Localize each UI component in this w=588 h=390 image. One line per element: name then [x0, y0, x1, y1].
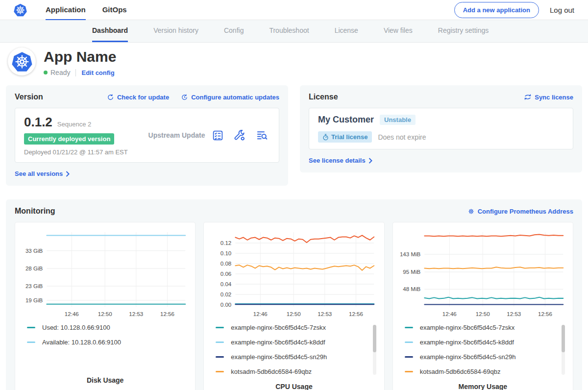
- svg-text:28 GiB: 28 GiB: [25, 266, 43, 271]
- legend-color-dash: [27, 341, 35, 343]
- legend-item: kotsadm-5db6dc6584-69qbz: [405, 368, 568, 375]
- divider: [75, 69, 76, 76]
- app-avatar: [8, 48, 36, 75]
- trial-license-badge: Trial license: [318, 131, 372, 143]
- gear-icon: [467, 208, 475, 215]
- svg-text:0.12: 0.12: [220, 240, 232, 246]
- tab-license[interactable]: License: [335, 20, 358, 42]
- legend-color-dash: [405, 356, 413, 358]
- svg-text:23 GiB: 23 GiB: [25, 283, 43, 289]
- legend-label: example-nginx-5bc6f5d4c5-sn29h: [420, 353, 516, 361]
- svg-text:12:46: 12:46: [442, 311, 456, 317]
- svg-text:33 GiB: 33 GiB: [25, 248, 43, 254]
- legend-label: example-nginx-5bc6f5d4c5-k8ddf: [420, 339, 514, 346]
- monitoring-section: Monitoring Configure Prometheus Address: [6, 199, 582, 390]
- tab-config[interactable]: Config: [224, 20, 244, 42]
- add-new-application-button[interactable]: Add a new application: [454, 2, 539, 18]
- legend-item: example-nginx-5bc6f5d4c5-sn29h: [405, 353, 568, 361]
- see-all-versions-link[interactable]: See all versions: [15, 170, 70, 177]
- edit-config-wrench-icon[interactable]: [234, 129, 246, 142]
- legend-color-dash: [216, 341, 224, 343]
- svg-text:0.02: 0.02: [220, 292, 232, 297]
- svg-text:95 MiB: 95 MiB: [403, 269, 420, 275]
- legend-color-dash: [405, 371, 413, 372]
- legend-item: example-nginx-5bc6f5d4c5-7zskx: [216, 324, 379, 331]
- license-panel: My Customer Unstable Trial license Does …: [309, 108, 573, 149]
- scrollbar-thumb[interactable]: [562, 325, 565, 352]
- cpu-usage-legend: example-nginx-5bc6f5d4c5-7zskxexample-ng…: [216, 324, 379, 383]
- refresh-icon: [107, 94, 114, 101]
- preflight-checks-icon[interactable]: [212, 129, 224, 142]
- legend-item: example-nginx-5bc6f5d4c5-k8ddf: [405, 339, 568, 346]
- view-diff-logs-icon[interactable]: [256, 129, 268, 142]
- nav-tab-application[interactable]: Application: [46, 0, 86, 20]
- version-source-label: Upstream Update: [142, 131, 212, 139]
- logout-link[interactable]: Log out: [550, 6, 574, 14]
- version-card-title: Version: [15, 93, 43, 101]
- tab-version-history[interactable]: Version history: [153, 20, 198, 42]
- svg-text:12:56: 12:56: [538, 311, 552, 317]
- see-all-versions-label: See all versions: [15, 170, 63, 177]
- tab-registry-settings[interactable]: Registry settings: [438, 20, 489, 42]
- disk-usage-plot: 19 GiB23 GiB28 GiB33 GiB12:4612:5012:531…: [20, 227, 190, 320]
- svg-text:0.10: 0.10: [220, 250, 232, 256]
- legend-color-dash: [216, 371, 224, 372]
- tab-troubleshoot[interactable]: Troubleshoot: [269, 20, 309, 42]
- legend-label: kotsadm-5db6dc6584-69qbz: [231, 368, 312, 375]
- configure-prometheus-label: Configure Prometheus Address: [478, 208, 573, 215]
- tab-dashboard[interactable]: Dashboard: [92, 20, 128, 42]
- stopwatch-icon: [322, 134, 329, 141]
- license-expiry: Does not expire: [378, 133, 426, 141]
- top-nav: Application GitOps Add a new application…: [0, 0, 588, 20]
- check-for-update-link[interactable]: Check for update: [107, 94, 169, 101]
- clock-refresh-icon: [181, 94, 188, 101]
- legend-color-dash: [216, 356, 224, 358]
- nav-tab-gitops[interactable]: GitOps: [102, 0, 127, 20]
- legend-label: example-nginx-5bc6f5d4c5-7zskx: [420, 324, 515, 331]
- status-badge: Ready: [50, 69, 70, 76]
- legend-item: example-nginx-5bc6f5d4c5-sn29h: [216, 353, 379, 361]
- license-card: License Sync license My Customer Unstabl…: [300, 85, 582, 172]
- svg-text:0.04: 0.04: [220, 281, 232, 287]
- legend-item: Available: 10.128.0.66:9100: [27, 339, 190, 346]
- channel-badge: Unstable: [380, 115, 416, 125]
- configure-automatic-updates-link[interactable]: Configure automatic updates: [181, 94, 279, 101]
- legend-scrollbar[interactable]: [373, 325, 376, 375]
- sync-license-link[interactable]: Sync license: [524, 94, 573, 101]
- svg-text:0.00: 0.00: [220, 302, 232, 308]
- chart-title: Memory Usage: [398, 383, 568, 390]
- cpu-usage-chart-card: 0.000.020.040.060.080.100.1212:4612:5012…: [203, 222, 384, 390]
- customer-name: My Customer: [318, 115, 374, 125]
- svg-text:12:56: 12:56: [349, 311, 363, 317]
- svg-text:12:46: 12:46: [65, 311, 79, 317]
- version-number: 0.1.2: [24, 115, 52, 130]
- check-for-update-label: Check for update: [117, 94, 169, 101]
- see-license-details-link[interactable]: See license details: [309, 157, 372, 164]
- configure-prometheus-link[interactable]: Configure Prometheus Address: [467, 208, 573, 215]
- memory-usage-chart-card: 48 MiB95 MiB143 MiB12:4612:5012:5312:56 …: [392, 222, 573, 390]
- legend-color-dash: [405, 327, 413, 328]
- disk-usage-chart-card: 19 GiB23 GiB28 GiB33 GiB12:4612:5012:531…: [15, 222, 196, 390]
- version-card: Version Check for update: [6, 85, 288, 186]
- legend-color-dash: [27, 327, 35, 328]
- svg-text:0.06: 0.06: [220, 271, 232, 277]
- legend-label: kotsadm-5db6dc6584-69qbz: [420, 368, 501, 375]
- chevron-right-icon: [368, 158, 372, 164]
- legend-item: Used: 10.128.0.66:9100: [27, 324, 190, 331]
- edit-config-link[interactable]: Edit config: [81, 69, 114, 76]
- svg-text:12:56: 12:56: [160, 311, 174, 317]
- svg-text:12:53: 12:53: [507, 311, 521, 317]
- tab-view-files[interactable]: View files: [384, 20, 413, 42]
- legend-item: example-nginx-5bc6f5d4c5-7zskx: [405, 324, 568, 331]
- monitoring-title: Monitoring: [15, 207, 55, 216]
- app-sub-nav: Dashboard Version history Config Trouble…: [0, 20, 588, 43]
- scrollbar-thumb[interactable]: [373, 325, 376, 352]
- chart-title: CPU Usage: [209, 383, 379, 390]
- legend-scrollbar[interactable]: [562, 325, 565, 375]
- status-dot: [44, 71, 48, 74]
- page-title: App Name: [44, 49, 116, 65]
- cpu-usage-plot: 0.000.020.040.060.080.100.1212:4612:5012…: [209, 227, 379, 320]
- version-sequence: Sequence 2: [57, 121, 91, 128]
- svg-text:12:46: 12:46: [253, 311, 268, 317]
- legend-label: example-nginx-5bc6f5d4c5-7zskx: [231, 324, 326, 331]
